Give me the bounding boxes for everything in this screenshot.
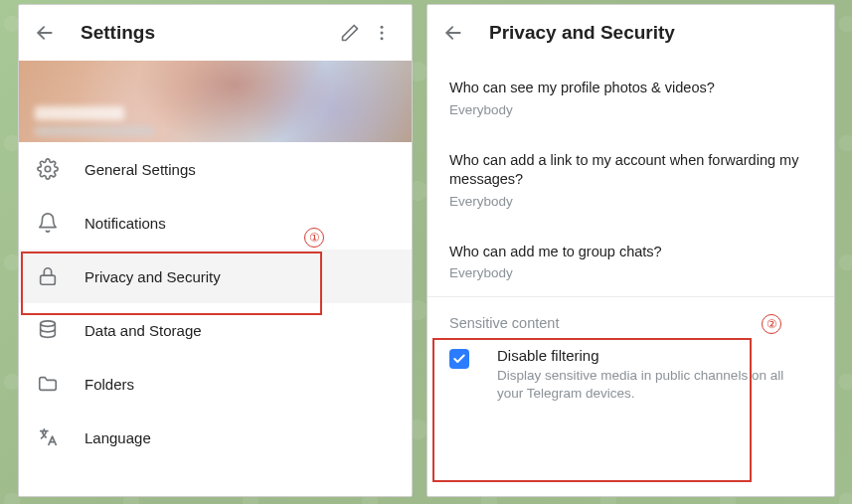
menu-item-general-settings[interactable]: General Settings — [19, 142, 412, 196]
menu-item-label: General Settings — [85, 161, 196, 178]
edit-button[interactable] — [334, 17, 366, 49]
menu-item-label: Privacy and Security — [85, 268, 221, 285]
disable-filtering-title: Disable filtering — [497, 347, 812, 364]
menu-item-label: Data and Storage — [85, 322, 202, 339]
settings-title: Settings — [81, 22, 334, 44]
settings-header: Settings — [19, 5, 412, 61]
disable-filtering-checkbox[interactable] — [449, 349, 469, 369]
menu-item-label: Folders — [85, 376, 134, 393]
svg-point-2 — [381, 32, 384, 35]
more-vertical-icon — [372, 23, 392, 43]
privacy-item-title: Who can add me to group chats? — [449, 243, 812, 262]
privacy-item-value: Everybody — [449, 265, 812, 280]
pencil-icon — [340, 23, 360, 43]
bell-icon — [37, 212, 59, 234]
arrow-left-icon — [443, 23, 463, 43]
menu-item-privacy-security[interactable]: Privacy and Security — [19, 250, 412, 303]
svg-point-4 — [45, 166, 51, 172]
svg-point-3 — [381, 37, 384, 40]
menu-item-data-storage[interactable]: Data and Storage — [19, 303, 412, 357]
menu-item-language[interactable]: Language — [19, 411, 412, 464]
privacy-item-title: Who can add a link to my account when fo… — [449, 151, 812, 190]
privacy-item-value: Everybody — [449, 194, 812, 209]
arrow-left-icon — [35, 23, 55, 43]
privacy-item-title: Who can see my profile photos & videos? — [449, 79, 812, 98]
svg-point-1 — [381, 26, 384, 29]
lock-icon — [37, 265, 59, 287]
privacy-item-value: Everybody — [449, 102, 812, 117]
disable-filtering-row[interactable]: Disable filtering Display sensitive medi… — [427, 335, 834, 419]
annotation-badge-2: ② — [762, 314, 781, 334]
disable-filtering-text: Disable filtering Display sensitive medi… — [497, 347, 812, 403]
annotation-badge-1: ① — [304, 228, 324, 248]
disable-filtering-description: Display sensitive media in public channe… — [497, 367, 812, 403]
menu-item-label: Language — [85, 429, 151, 446]
privacy-item-forward-link[interactable]: Who can add a link to my account when fo… — [449, 133, 812, 225]
privacy-item-profile-photos[interactable]: Who can see my profile photos & videos? … — [449, 61, 812, 133]
profile-name-blurred — [35, 106, 124, 120]
check-icon — [452, 352, 466, 366]
privacy-options-list: Who can see my profile photos & videos? … — [427, 61, 834, 297]
menu-item-folders[interactable]: Folders — [19, 357, 412, 411]
menu-item-notifications[interactable]: Notifications — [19, 196, 412, 250]
privacy-panel: Privacy and Security Who can see my prof… — [426, 4, 835, 497]
back-button[interactable] — [441, 21, 465, 45]
menu-item-label: Notifications — [85, 215, 166, 232]
profile-banner[interactable] — [19, 61, 412, 142]
privacy-header: Privacy and Security — [427, 5, 834, 61]
svg-rect-5 — [41, 275, 56, 284]
language-icon — [37, 426, 59, 448]
gear-icon — [37, 158, 59, 180]
database-icon — [37, 319, 59, 341]
back-button[interactable] — [33, 21, 57, 45]
settings-panel: Settings General Settings Notifications — [18, 4, 413, 497]
settings-menu: General Settings Notifications Privacy a… — [19, 142, 412, 496]
privacy-title: Privacy and Security — [489, 22, 820, 44]
folder-icon — [37, 373, 59, 395]
privacy-item-group-chats[interactable]: Who can add me to group chats? Everybody — [449, 225, 812, 297]
svg-point-6 — [41, 321, 56, 327]
more-button[interactable] — [366, 17, 398, 49]
profile-status-blurred — [35, 126, 154, 136]
